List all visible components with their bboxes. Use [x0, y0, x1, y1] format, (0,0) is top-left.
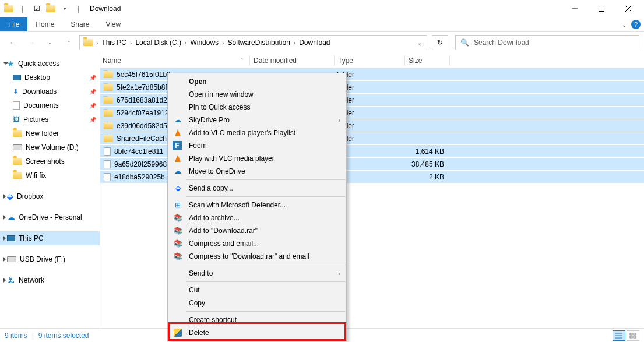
ctx-vlc-play[interactable]: Play with VLC media player: [168, 152, 346, 165]
sidebar-item-desktop[interactable]: Desktop📌: [0, 70, 100, 84]
tab-share[interactable]: Share: [62, 17, 97, 31]
ctx-feem[interactable]: FFeem: [168, 139, 346, 152]
nav-sidebar: ★Quick access Desktop📌 ⬇Downloads📌 Docum…: [0, 53, 100, 328]
svg-rect-10: [634, 336, 636, 338]
view-large-icons-button[interactable]: [627, 330, 639, 341]
ctx-compress-rar-email[interactable]: 📚Compress to "Download.rar" and email: [168, 250, 346, 263]
status-item-count: 9 items: [5, 332, 27, 340]
sidebar-thispc[interactable]: This PC: [0, 231, 100, 245]
address-bar[interactable]: › This PC › Local Disk (C:) › Windows › …: [79, 35, 427, 50]
vlc-icon: [173, 153, 183, 164]
ctx-scan-defender[interactable]: ⊞Scan with Microsoft Defender...: [168, 199, 346, 211]
tab-view[interactable]: View: [97, 17, 129, 31]
ctx-delete[interactable]: Delete: [168, 326, 346, 339]
ctx-pin-quick-access[interactable]: Pin to Quick access: [168, 101, 346, 114]
svg-rect-1: [599, 6, 604, 12]
crumb-windows[interactable]: Windows: [188, 38, 221, 47]
qat-properties-icon[interactable]: ☑: [30, 2, 43, 15]
crumb-softwaredist[interactable]: SoftwareDistribution: [225, 38, 292, 47]
sidebar-item-wififix[interactable]: Wifi fix: [0, 168, 100, 182]
crumb-download[interactable]: Download: [297, 38, 332, 47]
address-dropdown-icon[interactable]: ⌄: [414, 40, 425, 46]
winrar-icon: 📚: [173, 225, 183, 236]
sort-indicator-icon: ˄: [241, 58, 244, 64]
ctx-skydrive-pro[interactable]: ☁SkyDrive Pro›: [168, 114, 346, 126]
qat-newfolder-icon[interactable]: [44, 2, 57, 15]
ctx-copy[interactable]: Copy: [168, 297, 346, 309]
refresh-button[interactable]: ↻: [432, 35, 448, 50]
sidebar-item-pictures[interactable]: 🖼Pictures📌: [0, 112, 100, 126]
sidebar-quick-access[interactable]: ★Quick access: [0, 57, 100, 70]
ctx-send-copy[interactable]: ⬙Send a copy...: [168, 182, 346, 195]
submenu-arrow-icon: ›: [339, 270, 340, 277]
sidebar-item-newvolume[interactable]: New Volume (D:): [0, 140, 100, 154]
onedrive-icon: ☁: [173, 166, 183, 177]
cloud-icon: ☁: [7, 213, 15, 222]
defender-icon: ⊞: [173, 200, 183, 210]
qat-separator-2: |: [72, 2, 85, 15]
vlc-icon: [173, 128, 183, 138]
ctx-cut[interactable]: Cut: [168, 284, 346, 297]
view-details-button[interactable]: [613, 330, 625, 341]
file-icon: [104, 147, 111, 156]
file-name: 8bfc74cc1fe811: [114, 147, 164, 156]
sidebar-network[interactable]: 🖧Network: [0, 273, 100, 287]
search-placeholder: Search Download: [474, 38, 529, 47]
ctx-vlc-playlist[interactable]: Add to VLC media player's Playlist: [168, 126, 346, 139]
file-name: SharedFileCache: [117, 135, 171, 143]
ctx-move-onedrive[interactable]: ☁Move to OneDrive: [168, 165, 346, 178]
sidebar-dropbox[interactable]: ⬙Dropbox: [0, 189, 100, 203]
status-selected-count: 9 items selected: [38, 332, 89, 340]
column-headers: Name˄ Date modified Type Size: [100, 53, 644, 68]
minimize-button[interactable]: [561, 0, 588, 17]
svg-rect-8: [634, 333, 636, 335]
col-date[interactable]: Date modified: [250, 57, 334, 65]
folder-icon: [104, 97, 113, 104]
window-title: Download: [90, 5, 121, 13]
folder-icon: [104, 135, 113, 142]
forward-button[interactable]: →: [23, 34, 40, 51]
breadcrumb-sep[interactable]: ›: [96, 40, 98, 46]
drive-icon: [13, 144, 22, 150]
ctx-add-archive[interactable]: 📚Add to archive...: [168, 211, 346, 224]
tab-file[interactable]: File: [0, 17, 27, 31]
sidebar-onedrive[interactable]: ☁OneDrive - Personal: [0, 210, 100, 224]
col-name[interactable]: Name˄: [100, 57, 249, 65]
col-type[interactable]: Type: [335, 57, 404, 65]
network-icon: 🖧: [7, 276, 15, 285]
ctx-compress-email[interactable]: 📚Compress and email...: [168, 237, 346, 250]
file-name: 9a65d20f259968: [114, 160, 167, 168]
crumb-thispc[interactable]: This PC: [99, 38, 129, 47]
sidebar-item-newfolder[interactable]: New folder: [0, 126, 100, 140]
sidebar-item-documents[interactable]: Documents📌: [0, 98, 100, 112]
titlebar: | ☑ ▾ | Download: [0, 0, 644, 17]
ctx-open[interactable]: Open: [168, 75, 346, 88]
sidebar-item-downloads[interactable]: ⬇Downloads📌: [0, 84, 100, 98]
recent-dropdown-icon[interactable]: ⌄: [42, 34, 58, 51]
file-name: e18dba529025b: [114, 173, 165, 181]
search-box[interactable]: 🔍 Search Download: [455, 35, 639, 50]
star-icon: ★: [7, 59, 15, 68]
ribbon-collapse-icon[interactable]: ⌄: [622, 22, 627, 28]
winrar-icon: 📚: [173, 238, 183, 249]
close-button[interactable]: [615, 0, 642, 17]
ctx-add-download-rar[interactable]: 📚Add to "Download.rar": [168, 224, 346, 237]
up-button[interactable]: ↑: [61, 34, 77, 51]
folder-icon: [104, 84, 113, 91]
ctx-open-new-window[interactable]: Open in new window: [168, 88, 346, 101]
col-size[interactable]: Size: [405, 57, 449, 65]
help-icon[interactable]: ?: [631, 20, 641, 29]
ctx-send-to[interactable]: Send to›: [168, 267, 346, 280]
back-button[interactable]: ←: [5, 34, 21, 51]
crumb-localdisk[interactable]: Local Disk (C:): [133, 38, 184, 47]
ctx-create-shortcut[interactable]: Create shortcut: [168, 313, 346, 326]
tab-home[interactable]: Home: [27, 17, 62, 31]
file-icon: [104, 173, 111, 181]
usb-icon: [7, 256, 16, 262]
sidebar-usb[interactable]: USB Drive (F:): [0, 252, 100, 266]
pictures-icon: 🖼: [13, 115, 20, 124]
qat-dropdown-icon[interactable]: ▾: [58, 2, 71, 15]
sidebar-item-screenshots[interactable]: Screenshots: [0, 154, 100, 168]
maximize-button[interactable]: [588, 0, 615, 17]
shield-icon: [173, 327, 183, 338]
